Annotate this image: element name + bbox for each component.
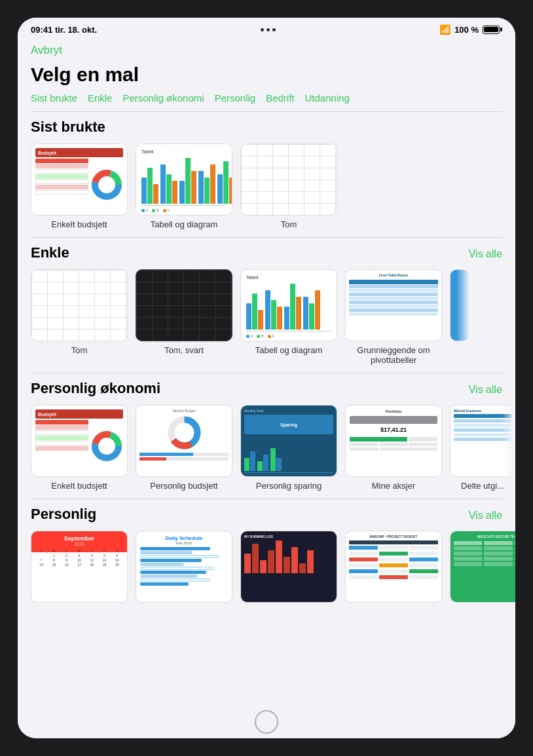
tab-sist-brukte[interactable]: Sist brukte	[31, 92, 77, 104]
enkle-title: Enkle	[31, 244, 69, 261]
label-tabell-diagram-1: Tabell og diagram	[151, 219, 218, 229]
cancel-button[interactable]: Avbryt	[31, 44, 62, 56]
thumb-tabell-diagram-2: Tabell	[240, 269, 337, 341]
label-tom-1: Tom	[281, 219, 297, 229]
tab-personlig-okonomi[interactable]: Personlig økonomi	[122, 92, 204, 104]
personlig-view-all[interactable]: Vis alle	[469, 510, 502, 521]
label-personlig-sparing: Personlig sparing	[256, 481, 322, 491]
battery-icon	[483, 26, 502, 34]
battery-percent: 100 %	[454, 25, 479, 35]
label-tabell-diagram-2: Tabell og diagram	[255, 345, 323, 355]
thumb-grunnleggende: Front Table Basics	[345, 269, 442, 341]
thumb-daglig-timeplan: Daily Schedule Fall 2020	[136, 531, 232, 603]
thumb-delte-utgifter: Månedl Expenses	[450, 405, 515, 477]
sist-brukte-title: Sist brukte	[31, 119, 105, 136]
tab-bedrift[interactable]: Bedrift	[266, 92, 294, 104]
template-tabell-diagram-2[interactable]: Tabell	[240, 269, 337, 365]
enkle-section-header: Enkle Vis alle	[18, 238, 515, 265]
template-tabell-diagram-1[interactable]: Tabell	[136, 143, 232, 229]
template-tom-2[interactable]: Tom	[31, 269, 128, 365]
nav-tabs: Sist brukte Enkle Personlig økonomi Pers…	[18, 92, 515, 111]
thumb-enkelt-budsjett-2: Budsjett	[31, 405, 128, 477]
device-frame: 09:41 tir. 18. okt. 📶 100 % Avbryt Velg …	[18, 18, 515, 738]
label-personlig-budsjett: Personlig budsjett	[150, 481, 217, 491]
template-prosjekt-budsjett[interactable]: INNKJØP - PROJECT BUDGET	[345, 531, 442, 607]
label-mine-aksjer: Mine aksjer	[372, 481, 415, 491]
template-tom-1[interactable]: Tom	[240, 143, 337, 229]
label-delte-utgifter: Delte utgi...	[461, 481, 504, 491]
label-enkelt-budsjett-2: Enkelt budsjett	[51, 481, 107, 491]
cal-month: September	[35, 535, 123, 542]
template-personlig-sparing[interactable]: Monthly Goal Sparing	[240, 405, 337, 491]
page-title: Velg en mal	[18, 60, 515, 92]
status-bar: 09:41 tir. 18. okt. 📶 100 %	[18, 18, 515, 39]
personlig-title: Personlig	[31, 506, 96, 523]
template-personlig-budsjett[interactable]: Monthly Budget	[136, 405, 232, 491]
template-enkelt-budsjett-1[interactable]: Budsjett	[31, 143, 128, 229]
thumb-personlig-sparing: Monthly Goal Sparing	[240, 405, 337, 477]
template-grunnleggende[interactable]: Front Table Basics	[345, 269, 442, 365]
status-right: 📶 100 %	[439, 24, 502, 35]
template-delte-utgifter[interactable]: Månedl Expenses Delte utgi...	[450, 405, 515, 491]
template-lope-logg[interactable]: MY RUNNING LOG	[240, 531, 337, 607]
label-grunnleggende: Grunnleggende om pivottabeller	[345, 345, 442, 365]
sist-brukte-section-header: Sist brukte	[18, 112, 515, 140]
thumb-lope-logg: MY RUNNING LOG	[240, 531, 337, 603]
thumb-enkelt-budsjett-1: Budsjett	[31, 143, 128, 216]
status-dot-3	[272, 28, 276, 31]
personlig-okonomi-row: Budsjett	[18, 401, 515, 499]
thumb-tom-2	[31, 269, 128, 341]
enkle-view-all[interactable]: Vis alle	[469, 248, 502, 260]
personlig-okonomi-title: Personlig økonomi	[31, 380, 160, 397]
status-time: 09:41 tir. 18. okt.	[31, 25, 97, 35]
status-center	[261, 28, 276, 31]
thumb-tom-1	[240, 143, 337, 216]
template-fotball-lag[interactable]: WILDCATS SOCCER TEAM	[450, 531, 515, 607]
thumb-kalender: September 2020 SMT WTF S 12 345 6 789 10…	[31, 531, 128, 603]
status-dot-2	[266, 28, 270, 31]
tab-enkle[interactable]: Enkle	[88, 92, 113, 104]
label-tom-2: Tom	[71, 345, 88, 355]
enkle-row: Tom Tom, svart Tabell	[18, 265, 515, 373]
status-dot-1	[261, 28, 264, 31]
personlig-row: September 2020 SMT WTF S 12 345 6 789 10…	[18, 527, 515, 614]
personlig-okonomi-section-header: Personlig økonomi Vis alle	[18, 373, 515, 401]
home-area	[18, 706, 515, 738]
cal-year: 2020	[35, 542, 123, 546]
wifi-icon: 📶	[439, 24, 450, 35]
home-button[interactable]	[255, 710, 278, 734]
template-kalender[interactable]: September 2020 SMT WTF S 12 345 6 789 10…	[31, 531, 128, 607]
thumb-mine-aksjer: Portfolio $17,41.21	[345, 405, 442, 477]
thumb-tom-svart	[136, 269, 232, 341]
personlig-section-header: Personlig Vis alle	[18, 499, 515, 527]
sist-brukte-row: Budsjett	[18, 140, 515, 237]
template-daglig-timeplan[interactable]: Daily Schedule Fall 2020	[136, 531, 232, 607]
thumb-prosjekt-budsjett: INNKJØP - PROJECT BUDGET	[345, 531, 442, 603]
personlig-okonomi-view-all[interactable]: Vis alle	[469, 384, 502, 396]
label-tom-svart: Tom, svart	[164, 345, 204, 355]
thumb-fotball-lag: WILDCATS SOCCER TEAM	[450, 531, 515, 603]
top-bar: Avbryt	[18, 39, 515, 60]
tab-personlig[interactable]: Personlig	[215, 92, 256, 104]
content-area: Avbryt Velg en mal Sist brukte Enkle Per…	[18, 39, 515, 706]
tab-utdanning[interactable]: Utdanning	[305, 92, 350, 104]
template-partial-enkle[interactable]	[450, 269, 469, 365]
thumb-partial-enkle	[450, 269, 469, 341]
thumb-tabell-diagram-1: Tabell	[136, 143, 232, 216]
label-enkelt-budsjett-1: Enkelt budsjett	[51, 219, 107, 229]
template-mine-aksjer[interactable]: Portfolio $17,41.21	[345, 405, 442, 491]
template-enkelt-budsjett-2[interactable]: Budsjett	[31, 405, 128, 491]
template-tom-svart[interactable]: Tom, svart	[136, 269, 232, 365]
thumb-personlig-budsjett: Monthly Budget	[136, 405, 232, 477]
